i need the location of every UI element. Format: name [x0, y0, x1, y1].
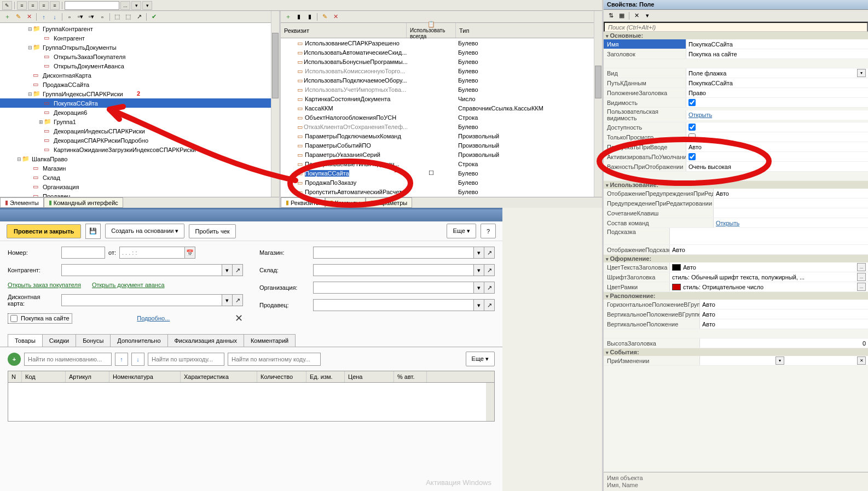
tree-item-Продавец[interactable]: ▭Продавец	[0, 191, 279, 197]
prop-search[interactable]	[604, 22, 868, 32]
date-picker-button[interactable]: 📅	[184, 247, 195, 259]
btn-f[interactable]: ⬚	[123, 12, 133, 22]
table-col-4[interactable]: Характеристика	[181, 371, 257, 382]
attr-row-ПараметрыСобытийПО[interactable]: ▭ПараметрыСобытийПОПроизвольный	[281, 141, 602, 150]
align-justify[interactable]: ≡	[50, 1, 60, 10]
table-col-1[interactable]: Код	[22, 371, 66, 382]
section-usage[interactable]: Использование:	[604, 181, 868, 189]
prop-bordercolor-value[interactable]: стиль: Отрицательное число...	[669, 282, 868, 291]
btn-a[interactable]: ▫	[65, 12, 74, 22]
prop-vposg-value[interactable]: Авто	[699, 309, 868, 319]
table-col-7[interactable]: Цена	[345, 371, 394, 382]
table-more-button[interactable]: Еще ▾	[466, 352, 495, 366]
section-appearance[interactable]: Оформление:	[604, 255, 868, 262]
attr-row-ПропуститьАвтоматическийРасчет...[interactable]: ▭ПропуститьАвтоматическийРасчет...Булево	[281, 187, 602, 196]
tab-cmd-interface[interactable]: ▮Командный интерфейс	[44, 197, 123, 208]
col-use[interactable]: 📋Использовать всегда	[407, 23, 456, 38]
prop-kind-value[interactable]: Поле флажка▾	[686, 68, 868, 78]
tree-scrollbar[interactable]	[271, 11, 279, 197]
details-link[interactable]: Подробно...	[137, 315, 170, 322]
attr-row-ПоддерживаемыеТипыПодключ...[interactable]: ▭ПоддерживаемыеТипыПодключ...Строка	[281, 159, 602, 168]
tree-scroll[interactable]: ⊟📁ГруппаКонтрагент▭Контрагент⊟📁ГруппаОтк…	[0, 23, 279, 197]
up-icon[interactable]: ↑	[39, 12, 49, 22]
find-code-input[interactable]	[148, 353, 224, 366]
number-input[interactable]	[61, 247, 105, 259]
attr-row-ПараметрыПодключаемыхКоманд[interactable]: ▭ПараметрыПодключаемыхКомандПроизвольный	[281, 131, 602, 141]
tree-item-ШапкаПраво[interactable]: ⊟📁ШапкаПраво	[0, 154, 279, 163]
form-tab-2[interactable]: Бонусы	[76, 334, 111, 347]
form-tab-3[interactable]: Дополнительно	[110, 334, 167, 347]
form-tab-4[interactable]: Фискализация данных	[167, 334, 244, 347]
col-name[interactable]: Реквизит	[281, 23, 407, 38]
org-open[interactable]: ↗	[484, 282, 495, 294]
table-col-3[interactable]: Номенклатура	[109, 371, 181, 382]
tree-item-Контрагент[interactable]: ▭Контрагент	[0, 33, 279, 43]
down-icon[interactable]: ↓	[50, 12, 60, 22]
attr-row-КартинкаСостоянияДокумента[interactable]: ▭КартинкаСостоянияДокументаЧисло	[281, 94, 602, 103]
site-purchase-checkbox[interactable]	[10, 315, 18, 322]
prop-avail-value[interactable]	[686, 122, 868, 132]
tree-item-ГруппаОткрытьДокументы[interactable]: ⊟📁ГруппаОткрытьДокументы	[0, 43, 279, 52]
attr-row-ОбъектНалогообложенияПоУСН[interactable]: ▭ОбъектНалогообложенияПоУСНСтрока	[281, 113, 602, 122]
down-arrow-button[interactable]: ↓	[131, 353, 144, 366]
tree-item-ГруппаКонтрагент[interactable]: ⊟📁ГруппаКонтрагент	[0, 24, 279, 33]
open-order-link[interactable]: Открыть заказ покупателя	[8, 282, 81, 288]
edit-icon[interactable]: ✎	[13, 12, 23, 22]
tree-item-Организация[interactable]: ▭Организация	[0, 182, 279, 191]
attr-row-ИспользованиеСПАРКРазрешено[interactable]: ▭ИспользованиеСПАРКРазрешеноБулево	[281, 38, 602, 48]
attr-delete[interactable]: ✕	[331, 12, 340, 22]
site-purchase-field[interactable]: Покупка на сайте	[8, 313, 72, 324]
prop-cmdcomp-value[interactable]: Открыть	[713, 218, 868, 227]
prop-skipinput-value[interactable]: Авто	[686, 142, 868, 151]
attr-row-ИспользоватьБонусныеПрограммы...[interactable]: ▭ИспользоватьБонусныеПрограммы...Булево	[281, 57, 602, 66]
seller-input[interactable]	[313, 299, 474, 311]
table-col-5[interactable]: Количество	[257, 371, 306, 382]
post-close-button[interactable]: Провести и закрыть	[7, 224, 81, 238]
align-left[interactable]: ≡	[17, 1, 27, 10]
more-button[interactable]: Еще ▾	[447, 224, 476, 238]
counterparty-input[interactable]	[61, 264, 222, 276]
attr-body[interactable]: ▭ИспользованиеСПАРКРазрешеноБулево▭Испол…	[281, 38, 602, 197]
prop-titlepos-value[interactable]: Право	[686, 88, 868, 97]
receipt-button[interactable]: Пробить чек	[189, 224, 235, 238]
pin-icon[interactable]: ▾	[643, 11, 652, 21]
store-open[interactable]: ↗	[484, 247, 495, 259]
tree-item-ГруппаИндексыСПАРКРиски[interactable]: ⊟📁ГруппаИндексыСПАРКРиски	[0, 89, 279, 98]
tab-reqs[interactable]: ▮Реквизиты	[281, 197, 325, 208]
format-dd[interactable]: ...	[120, 1, 130, 10]
warehouse-dd[interactable]: ▾	[473, 264, 484, 276]
store-input[interactable]	[313, 247, 474, 259]
prop-visibility-value[interactable]	[686, 98, 868, 107]
attr-row-РабочееМесто[interactable]: ▭РабочееМестоСправочникСсылка.РабочиеМес…	[281, 196, 602, 197]
btn-b[interactable]: ▫▾	[76, 12, 85, 22]
card-input[interactable]	[61, 294, 222, 306]
prop-hpos-value[interactable]: Авто	[699, 300, 868, 309]
org-dd[interactable]: ▾	[473, 282, 484, 294]
format-dd3[interactable]: ▾	[142, 1, 152, 10]
format-input[interactable]	[65, 1, 119, 10]
btn-g[interactable]: ↗	[134, 12, 144, 22]
tab-cmds[interactable]: ▮Команды	[325, 197, 366, 208]
tree-item-ОткрытьЗаказПокупателя[interactable]: ▭ОткрытьЗаказПокупателя	[0, 52, 279, 61]
prop-title-value[interactable]: Покупка на сайте	[686, 49, 868, 59]
form-tab-1[interactable]: Скидки	[42, 334, 76, 347]
create-base-button[interactable]: Создать на основании ▾	[105, 224, 184, 238]
prop-shortcut-value[interactable]	[713, 208, 868, 218]
section-events[interactable]: События:	[604, 348, 868, 356]
col-type[interactable]: Тип	[456, 23, 602, 38]
warehouse-input[interactable]	[313, 264, 474, 276]
close-icon[interactable]: ✕	[632, 11, 641, 21]
tree-item-ДисконтнаяКарта[interactable]: ▭ДисконтнаяКарта	[0, 71, 279, 80]
prop-readonly-value[interactable]	[686, 132, 868, 142]
attr-col1[interactable]: ▮	[294, 12, 304, 22]
prop-titleheight-value[interactable]: 0	[699, 338, 868, 348]
format-dd2[interactable]: ▾	[131, 1, 141, 10]
tree-item-ДекорацияСПАРКРискиПодробно[interactable]: ▭ДекорацияСПАРКРискиПодробно	[0, 136, 279, 145]
section-layout[interactable]: Расположение:	[604, 292, 868, 300]
attr-row-ПараметрыУказанияСерий[interactable]: ▭ПараметрыУказанияСерийПроизвольный	[281, 150, 602, 159]
align-right[interactable]: ≡	[39, 1, 49, 10]
btn-c[interactable]: ▫▾	[86, 12, 96, 22]
close-x-icon[interactable]: ✕	[235, 312, 243, 324]
attr-row-ПродажаПоЗаказу[interactable]: ▭ПродажаПоЗаказуБулево	[281, 178, 602, 187]
open-advance-link[interactable]: Открыть документ аванса	[92, 282, 165, 288]
